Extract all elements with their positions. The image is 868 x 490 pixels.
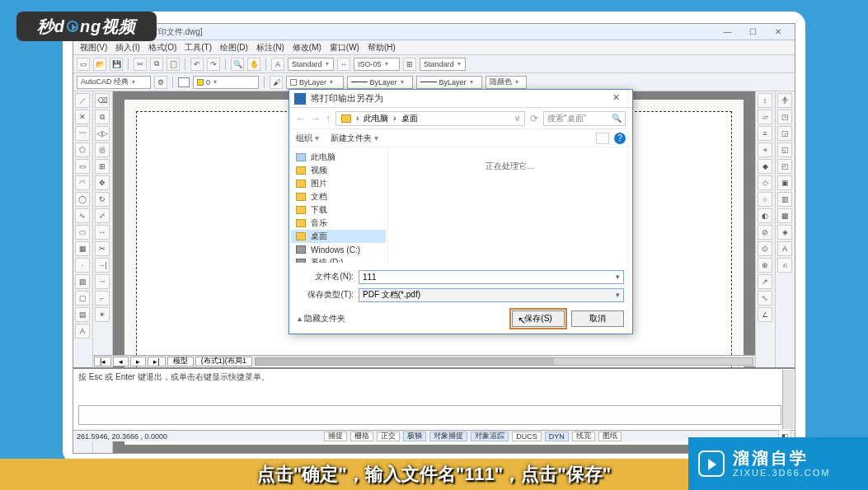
break-icon[interactable]: ╌ bbox=[95, 274, 110, 289]
tab-layout[interactable]: (布式1)(布局1 bbox=[195, 357, 252, 366]
tab-nav-next[interactable]: ▸ bbox=[130, 357, 146, 366]
breadcrumb[interactable]: › 此电脑 › 桌面 v bbox=[335, 111, 525, 126]
menu-window[interactable]: 窗口(W) bbox=[330, 42, 359, 54]
rect-icon[interactable]: ▭ bbox=[75, 159, 90, 174]
spline-icon[interactable]: ∿ bbox=[75, 208, 90, 223]
tree-drive-d1[interactable]: 系统 (D:) bbox=[291, 256, 386, 263]
t1-icon[interactable]: ◆ bbox=[758, 159, 772, 174]
region-icon[interactable]: ▢ bbox=[75, 291, 90, 306]
tab-nav-last[interactable]: ▸| bbox=[148, 357, 165, 366]
tablestyle-dropdown[interactable]: Standard bbox=[420, 58, 466, 71]
menu-modify[interactable]: 修改(M) bbox=[293, 42, 321, 54]
hatch-icon[interactable]: ▨ bbox=[75, 274, 90, 289]
table-icon[interactable]: ⊞ bbox=[403, 58, 416, 71]
workspace-dropdown[interactable]: AutoCAD 经典 bbox=[77, 76, 151, 89]
tree-documents[interactable]: 文档 bbox=[291, 190, 386, 203]
arc-icon[interactable]: ◠ bbox=[75, 175, 90, 190]
scale-icon[interactable]: ⤢ bbox=[95, 208, 110, 223]
toolbar-standard[interactable]: ▭ 📂 💾 ✂ ⧉ 📋 ↶ ↷ 🔍 ✋ A Standard ↔ ISO-05 … bbox=[73, 55, 795, 73]
lineweight-dropdown[interactable]: ByLayer bbox=[416, 76, 482, 89]
cancel-button[interactable]: 取消 bbox=[571, 310, 624, 327]
redo-icon[interactable]: ↷ bbox=[207, 58, 220, 71]
plotstyle-dropdown[interactable]: 随颜色 bbox=[486, 76, 527, 89]
nav-fwd-icon[interactable]: → bbox=[311, 113, 321, 124]
mirror-icon[interactable]: ◁▷ bbox=[95, 126, 110, 141]
status-lwt[interactable]: 线宽 bbox=[572, 432, 595, 441]
block-icon[interactable]: ▦ bbox=[75, 241, 90, 256]
tab-model[interactable]: 模型 bbox=[167, 357, 194, 366]
array-icon[interactable]: ⊞ bbox=[95, 159, 110, 174]
linetype-dropdown[interactable]: ByLayer bbox=[347, 76, 413, 89]
extend-icon[interactable]: →| bbox=[95, 258, 110, 273]
status-polar[interactable]: 极轴 bbox=[403, 432, 426, 441]
status-dyn[interactable]: DYN bbox=[545, 432, 569, 441]
close-button[interactable]: ✕ bbox=[767, 27, 790, 36]
offset-icon[interactable]: ◎ bbox=[95, 142, 110, 157]
status-ortho[interactable]: 正交 bbox=[377, 432, 400, 441]
menu-tools[interactable]: 工具(T) bbox=[185, 42, 212, 54]
dialog-titlebar[interactable]: 将打印输出另存为 ✕ bbox=[289, 90, 632, 108]
tree-pictures[interactable]: 图片 bbox=[291, 177, 386, 190]
nav-tree[interactable]: 此电脑 视频 图片 文档 下载 音乐 桌面 Windows (C:) 系统 (D… bbox=[289, 147, 388, 263]
erase-icon[interactable]: ⌫ bbox=[95, 93, 110, 108]
r1-icon[interactable]: ⸎ bbox=[777, 93, 792, 108]
status-snap[interactable]: 捕捉 bbox=[324, 432, 347, 441]
maximize-button[interactable]: ☐ bbox=[741, 27, 764, 36]
t3-icon[interactable]: ○ bbox=[758, 192, 772, 207]
r7-icon[interactable]: ▥ bbox=[777, 192, 792, 207]
r6-icon[interactable]: ▣ bbox=[777, 175, 792, 190]
r3-icon[interactable]: ◲ bbox=[777, 126, 792, 141]
id-icon[interactable]: ⌖ bbox=[758, 142, 772, 157]
crumb-2[interactable]: 桌面 bbox=[401, 113, 418, 124]
tool-a[interactable]: A bbox=[271, 58, 284, 71]
trim-icon[interactable]: ✂ bbox=[95, 241, 110, 256]
status-ducs[interactable]: DUCS bbox=[512, 432, 542, 441]
textstyle-dropdown[interactable]: Standard bbox=[288, 58, 334, 71]
filetype-dropdown[interactable]: PDF 文档(*.pdf) bbox=[359, 288, 624, 302]
polyline-icon[interactable]: 〰 bbox=[75, 126, 90, 141]
refresh-icon[interactable]: ⟳ bbox=[530, 113, 538, 124]
r2-icon[interactable]: ◳ bbox=[777, 110, 792, 124]
dialog-toolbar[interactable]: 组织 新建文件夹 ? bbox=[289, 129, 632, 147]
command-panel[interactable]: 按 Esc 或 Enter 键退出，或单击右键显示快捷菜单。 bbox=[73, 367, 795, 430]
tree-desktop[interactable]: 桌面 bbox=[291, 230, 386, 243]
zoom-icon[interactable]: 🔍 bbox=[231, 58, 244, 71]
paint-icon[interactable]: 🖌 bbox=[270, 76, 283, 89]
r10-icon[interactable]: A bbox=[777, 241, 792, 256]
status-otrack[interactable]: 对象追踪 bbox=[471, 432, 509, 441]
dialog-close-button[interactable]: ✕ bbox=[604, 92, 627, 105]
copy-icon[interactable]: ⧉ bbox=[150, 58, 163, 71]
t8-icon[interactable]: ↗ bbox=[758, 274, 772, 289]
nav-up-icon[interactable]: ↑ bbox=[326, 113, 331, 124]
rotate-icon[interactable]: ↻ bbox=[95, 192, 110, 207]
file-list[interactable]: 正在处理它… bbox=[388, 147, 632, 263]
search-input[interactable]: 搜索"桌面" bbox=[543, 111, 626, 126]
new-icon[interactable]: ▭ bbox=[77, 58, 90, 71]
list2-icon[interactable]: ≡ bbox=[758, 126, 772, 141]
area-icon[interactable]: ▱ bbox=[758, 110, 772, 124]
save-icon[interactable]: 💾 bbox=[110, 58, 123, 71]
paste-icon[interactable]: 📋 bbox=[167, 58, 180, 71]
menu-dim[interactable]: 标注(N) bbox=[256, 42, 284, 54]
move-icon[interactable]: ✥ bbox=[95, 175, 110, 190]
cut-icon[interactable]: ✂ bbox=[134, 58, 147, 71]
t4-icon[interactable]: ◐ bbox=[758, 208, 772, 223]
ellipse-icon[interactable]: ⬭ bbox=[75, 225, 90, 240]
t7-icon[interactable]: ⊕ bbox=[758, 258, 772, 273]
polygon-icon[interactable]: ⬠ bbox=[75, 142, 90, 157]
tree-drive-c[interactable]: Windows (C:) bbox=[291, 243, 386, 256]
new-folder-button[interactable]: 新建文件夹 bbox=[331, 133, 378, 144]
tree-videos[interactable]: 视频 bbox=[291, 164, 386, 177]
menubar[interactable]: 视图(V) 插入(I) 格式(O) 工具(T) 绘图(D) 标注(N) 修改(M… bbox=[73, 40, 795, 55]
status-osnap[interactable]: 对象捕捉 bbox=[429, 432, 467, 441]
command-input[interactable] bbox=[78, 405, 781, 425]
point-icon[interactable]: · bbox=[75, 258, 90, 273]
t5-icon[interactable]: ⊘ bbox=[758, 225, 772, 240]
r5-icon[interactable]: ◰ bbox=[777, 159, 792, 174]
table-draw-icon[interactable]: ▤ bbox=[75, 307, 90, 322]
line-icon[interactable]: ／ bbox=[75, 93, 90, 108]
fillet-icon[interactable]: ⌐ bbox=[95, 291, 110, 306]
dialog-nav-bar[interactable]: ← → ↑ › 此电脑 › 桌面 v ⟳ 搜索"桌面" bbox=[289, 108, 632, 129]
r9-icon[interactable]: ◈ bbox=[777, 225, 792, 240]
save-button[interactable]: 保存(S) ↖ bbox=[512, 310, 565, 327]
